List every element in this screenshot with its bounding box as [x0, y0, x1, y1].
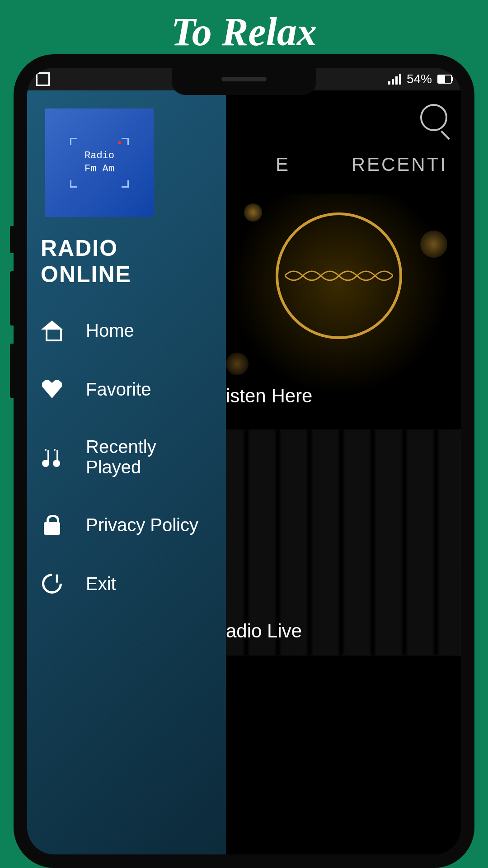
- tab-recent[interactable]: RECENTI: [352, 154, 447, 175]
- lock-icon: [41, 514, 63, 536]
- bokeh-decoration: [244, 203, 262, 222]
- sidebar-item-label: Recently Played: [86, 437, 212, 477]
- picture-icon: [36, 72, 50, 86]
- battery-percent: 54%: [407, 72, 432, 86]
- sidebar-item-label: Favorite: [86, 379, 151, 400]
- logo-text: Radio Fm Am: [84, 150, 114, 175]
- phone-screen: 54% E RECENTI: [27, 68, 461, 854]
- station-card-listen-here[interactable]: isten Here: [217, 194, 461, 420]
- tab-bar: E RECENTI: [276, 154, 461, 175]
- card-label: isten Here: [226, 385, 312, 407]
- content-cards: isten Here adio Live: [217, 194, 461, 854]
- power-icon: [41, 572, 63, 595]
- signal-icon: [388, 74, 401, 85]
- sidebar-item-label: Home: [86, 321, 134, 341]
- tab-partial-1[interactable]: E: [276, 154, 290, 175]
- status-left: [36, 72, 50, 86]
- sidebar-item-label: Exit: [86, 574, 116, 594]
- home-icon: [41, 319, 63, 342]
- sidebar-title: RADIO ONLINE: [41, 235, 212, 288]
- battery-icon: [437, 75, 452, 84]
- phone-volume-down-button: [10, 344, 14, 398]
- heart-icon: [41, 378, 63, 401]
- phone-notch: [172, 68, 316, 95]
- sidebar-item-exit[interactable]: Exit: [41, 554, 212, 613]
- bokeh-decoration: [226, 353, 249, 375]
- app-logo[interactable]: Radio Fm Am: [45, 108, 154, 217]
- sidebar-item-recently-played[interactable]: Recently Played: [41, 419, 212, 495]
- search-icon[interactable]: [420, 104, 447, 131]
- sidebar-item-label: Privacy Policy: [86, 515, 198, 535]
- status-right: 54%: [388, 72, 452, 86]
- sound-wave-icon: [276, 212, 402, 339]
- sidebar-item-favorite[interactable]: Favorite: [41, 360, 212, 419]
- music-note-icon: [41, 446, 63, 468]
- phone-frame: 54% E RECENTI: [14, 54, 474, 868]
- main-content: E RECENTI isten Here: [27, 90, 461, 854]
- sidebar-drawer: Radio Fm Am RADIO ONLINE Home Favor: [27, 90, 226, 854]
- sidebar-menu: Home Favorite Recently Played: [41, 301, 212, 613]
- sidebar-item-home[interactable]: Home: [41, 301, 212, 360]
- promo-title: To Relax: [0, 0, 488, 55]
- phone-side-button: [10, 226, 14, 253]
- card-label: adio Live: [226, 620, 302, 642]
- phone-volume-up-button: [10, 271, 14, 326]
- station-card-radio-live[interactable]: adio Live: [217, 429, 461, 656]
- phone-speaker: [221, 77, 267, 81]
- logo-rec-dot: [118, 142, 121, 144]
- sidebar-item-privacy-policy[interactable]: Privacy Policy: [41, 495, 212, 554]
- logo-frame: Radio Fm Am: [70, 138, 129, 188]
- bokeh-decoration: [420, 231, 447, 258]
